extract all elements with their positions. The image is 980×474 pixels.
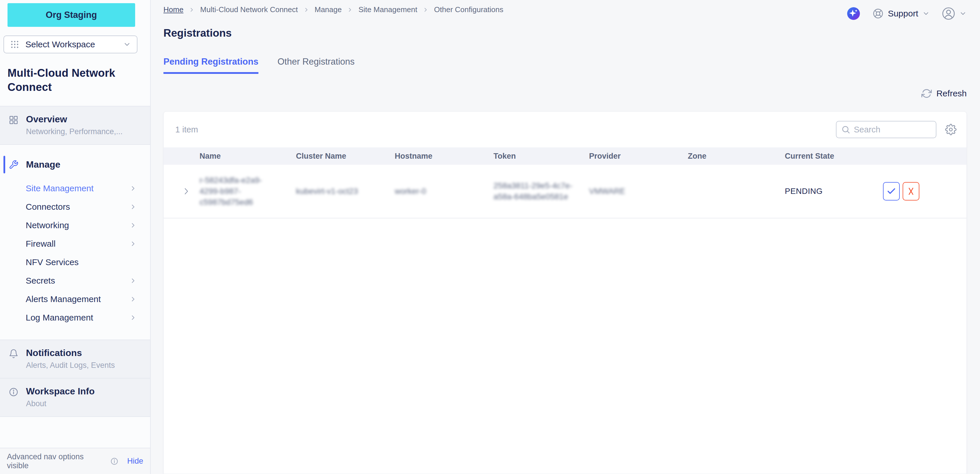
- column-header-cluster-name: Cluster Name: [296, 152, 395, 161]
- sparkle-icon: [847, 7, 860, 20]
- lifebuoy-icon: [872, 8, 884, 19]
- sidebar-item-notifications[interactable]: Notifications Alerts, Audit Logs, Events: [0, 339, 150, 379]
- hostname-cell: worker-0: [395, 186, 493, 197]
- ai-assistant-button[interactable]: [847, 7, 860, 20]
- manage-subnav: Site Management Connectors Networking Fi…: [0, 179, 150, 327]
- token-line: a58a-648ba5e0581e: [493, 191, 582, 202]
- name-line: c5987bd75ed6: [199, 197, 288, 208]
- user-avatar-icon: [942, 7, 955, 20]
- chevron-right-icon: [129, 314, 137, 322]
- sidebar-item-label: Manage: [26, 159, 60, 170]
- subnav-label: Log Management: [26, 313, 93, 323]
- page-title: Registrations: [164, 27, 980, 39]
- hide-link[interactable]: Hide: [127, 457, 143, 466]
- tab-pending-registrations[interactable]: Pending Registrations: [164, 57, 258, 74]
- reject-button[interactable]: [903, 182, 920, 200]
- subnav-label: Site Management: [26, 184, 94, 193]
- topbar: Home Multi-Cloud Network Connect Manage …: [151, 0, 980, 23]
- support-menu[interactable]: Support: [872, 8, 930, 19]
- workspace-selector-label: Select Workspace: [25, 40, 95, 49]
- chevron-right-icon: [347, 6, 353, 13]
- sidebar-item-subtitle: About: [26, 399, 95, 408]
- x-icon: [907, 186, 915, 196]
- column-header-name: Name: [199, 152, 296, 161]
- column-header-current-state: Current State: [785, 152, 872, 161]
- app-root: Org Staging Select Workspace Multi-Cloud…: [0, 0, 980, 474]
- breadcrumb-item[interactable]: Manage: [315, 5, 342, 14]
- chevron-down-icon: [959, 10, 967, 17]
- token-cell: 258a3811-29e5-4c7e- a58a-648ba5e0581e: [493, 180, 589, 202]
- workspace-title: Multi-Cloud Network Connect: [8, 66, 135, 94]
- sidebar-item-manage[interactable]: Manage: [0, 155, 150, 174]
- workspace-selector[interactable]: Select Workspace: [3, 35, 137, 53]
- chevron-right-icon: [129, 222, 137, 229]
- column-header-provider: Provider: [589, 152, 688, 161]
- sidebar-item-networking[interactable]: Networking: [0, 216, 150, 235]
- chevron-right-icon: [129, 277, 137, 284]
- name-line: r-58243dfa-e2a9-: [199, 175, 288, 186]
- column-header-token: Token: [493, 152, 589, 161]
- chevron-right-icon: [422, 6, 429, 13]
- breadcrumb: Home Multi-Cloud Network Connect Manage …: [164, 5, 503, 14]
- bell-icon: [9, 349, 19, 370]
- search-box: [836, 121, 936, 138]
- active-indicator: [3, 156, 5, 173]
- item-count: 1 item: [175, 125, 198, 135]
- refresh-button[interactable]: Refresh: [151, 88, 967, 99]
- subnav-label: NFV Services: [26, 257, 78, 267]
- sidebar-item-site-management[interactable]: Site Management: [0, 179, 150, 198]
- current-state-cell: PENDING: [785, 186, 872, 197]
- approve-button[interactable]: [883, 182, 900, 200]
- top-actions: Support: [847, 4, 967, 23]
- sidebar-footer: Advanced nav options visible Hide: [0, 448, 150, 474]
- table-toolbar: 1 item: [164, 112, 966, 147]
- sidebar-item-log-management[interactable]: Log Management: [0, 308, 150, 327]
- refresh-label: Refresh: [936, 89, 967, 98]
- settings-gear-icon[interactable]: [945, 124, 957, 135]
- row-actions: [872, 182, 966, 200]
- check-icon: [886, 186, 896, 196]
- main-content: Home Multi-Cloud Network Connect Manage …: [151, 0, 980, 474]
- sidebar-item-secrets[interactable]: Secrets: [0, 271, 150, 290]
- advanced-nav-status: Advanced nav options visible: [7, 452, 106, 470]
- sidebar-item-label: Workspace Info: [26, 386, 95, 397]
- search-input[interactable]: [854, 125, 931, 135]
- search-icon: [841, 125, 850, 134]
- sidebar-item-subtitle: Alerts, Audit Logs, Events: [26, 361, 115, 370]
- name-cell: r-58243dfa-e2a9- 4299-b987- c5987bd75ed6: [199, 175, 296, 208]
- breadcrumb-item-home[interactable]: Home: [164, 5, 183, 14]
- sidebar-item-alerts-management[interactable]: Alerts Management: [0, 290, 150, 308]
- sidebar-item-overview[interactable]: Overview Networking, Performance,...: [0, 106, 150, 145]
- table-header: Name Cluster Name Hostname Token Provide…: [164, 147, 966, 165]
- tab-bar: Pending Registrations Other Registration…: [164, 57, 967, 74]
- sidebar-item-firewall[interactable]: Firewall: [0, 235, 150, 253]
- row-expand-chevron[interactable]: [175, 187, 199, 196]
- chevron-right-icon: [303, 6, 310, 13]
- grid-dots-icon: [10, 40, 20, 49]
- chevron-right-icon: [189, 6, 195, 13]
- cluster-name-cell: kubevirt-v1-oct23: [296, 186, 395, 197]
- chevron-down-icon: [922, 10, 930, 17]
- user-menu[interactable]: [942, 7, 967, 20]
- subnav-label: Firewall: [26, 239, 56, 249]
- org-banner[interactable]: Org Staging: [8, 3, 135, 27]
- tab-other-registrations[interactable]: Other Registrations: [277, 57, 355, 74]
- sidebar-item-subtitle: Networking, Performance,...: [26, 127, 123, 136]
- manage-section: Manage Site Management Connectors Networ…: [0, 145, 150, 339]
- breadcrumb-item-current: Other Configurations: [434, 5, 503, 14]
- info-icon[interactable]: [110, 457, 118, 465]
- sidebar-item-label: Notifications: [26, 348, 115, 358]
- support-label: Support: [888, 9, 918, 19]
- info-icon: [9, 387, 19, 408]
- sidebar-item-connectors[interactable]: Connectors: [0, 198, 150, 216]
- subnav-label: Networking: [26, 220, 69, 230]
- subnav-label: Alerts Management: [26, 294, 101, 304]
- refresh-icon: [921, 88, 932, 99]
- sidebar-item-nfv-services[interactable]: NFV Services: [0, 253, 150, 271]
- chevron-right-icon: [129, 240, 137, 247]
- chevron-right-icon: [129, 185, 137, 192]
- subnav-label: Connectors: [26, 202, 70, 212]
- sidebar-item-workspace-info[interactable]: Workspace Info About: [0, 379, 150, 417]
- breadcrumb-item[interactable]: Multi-Cloud Network Connect: [200, 5, 298, 14]
- breadcrumb-item[interactable]: Site Management: [358, 5, 417, 14]
